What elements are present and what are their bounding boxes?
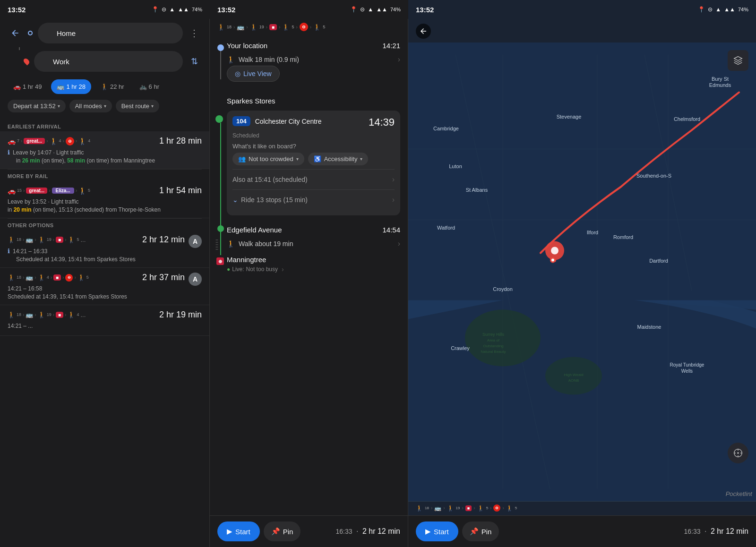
route-detail2-r4: Scheduled at 14:39, 15:41 from Sparkes S… [8,293,185,300]
watford-label: Watford [437,225,455,231]
info-icon-r1: ℹ [8,149,10,156]
start-button-p3[interactable]: ▶ Start [416,521,458,541]
status-time-2: 13:52 [217,6,235,14]
chevron-access: ▾ [360,156,362,162]
stop-manningtree: Manningtree [227,256,266,264]
pin-label: Pin [283,528,293,536]
route-card-5[interactable]: 🚶18 › 🚌 › 🚶19 › ■ › 🚶4 ... 2 hr 19 min 1… [0,305,209,336]
start-icon-p3: ▶ [425,527,431,536]
route-card-1[interactable]: 🚗 7 › great... › 🚶 4 › ⊖ › 🚶 4 1 hr 28 m… [0,131,209,169]
luton-label: Luton [449,163,462,169]
walk-p3-nav-4: 🚶 [506,505,513,512]
filter-route[interactable]: Best route ▾ [116,100,159,112]
train-badge-r3: ■ [56,237,63,243]
ilford-label: Ilford [587,230,598,235]
svg-text:Surrey Hills: Surrey Hills [482,332,505,337]
ride-stops-row[interactable]: ⌄ Ride 13 stops (15 min) › [232,189,395,210]
tunbridge-label: Royal Tunbridge [670,362,704,368]
pin-icon: 📌 [271,527,280,536]
more-button[interactable]: ⋮ [187,26,202,41]
route-card-2[interactable]: 🚗 15 › great... › Eliza... › 🚶 5 1 hr 54… [0,181,209,218]
walk-icon-r4b: 🚶 [38,274,45,281]
route-a-badge-4: A [189,273,202,286]
walk-19-text: Walk about 19 min [239,240,293,248]
section-other: OTHER OPTIONS [0,219,209,230]
route-detail1-r1: Leave by 14:07 · Light traffic [13,149,84,156]
start-label: Start [235,528,250,536]
chevron-down-icon-modes: ▾ [104,103,106,109]
chevron-walk1: › [398,55,400,64]
walk-nav-3: 🚶 [282,24,290,31]
tab-car[interactable]: 🚗 1 hr 49 [8,79,47,94]
route-detail1-r3: 14:21 – 16:33 [13,248,47,255]
onboard-label: What's it like on board? [232,143,395,150]
underground-p3-badge: ⊖ [493,504,500,512]
map-back-button[interactable] [416,24,431,39]
walk-nav-1: 🚶 [217,24,225,31]
car-icon-r1: 🚗 [8,137,16,145]
filter-modes[interactable]: All modes ▾ [69,100,112,112]
start-button[interactable]: ▶ Start [217,521,260,541]
live-view-icon: ◎ [235,70,241,77]
small-dot-4 [215,247,218,248]
crowd-chip[interactable]: 👥 Not too crowded ▾ [232,153,304,165]
ride-stops-text: Ride 13 stops (15 min) [241,196,308,204]
search-to-input[interactable] [34,51,183,72]
svg-point-26 [737,452,739,453]
car-icon-r2: 🚗 [8,187,16,195]
route-duration-5: 2 hr 19 min [159,310,202,320]
map-view[interactable]: Surrey Hills Area of Outstanding Natural… [408,43,756,501]
walk-icon-r2: 🚶 [78,187,86,195]
wifi-icon-3: ▲ [715,6,721,13]
walk-18-text: Walk 18 min (0.9 mi) [239,56,299,63]
route-card-4[interactable]: 🚶18 › 🚌 › 🚶4 › ■ › ⊖ › 🚶5 2 hr 37 min 14… [0,268,209,305]
bus-stop-dot [215,115,223,123]
crawley-label: Crawley [451,345,470,351]
section-more-rail: MORE BY RAIL [0,170,209,181]
timeline-line-1 [220,51,221,79]
panel2-footer: ▶ Start 📌 Pin 16:33 · 2 hr 12 min [210,515,408,547]
search-from-input[interactable] [38,23,183,43]
live-view-button[interactable]: ◎ Live View [227,66,280,82]
route-card-3[interactable]: 🚶18 › 🚌 › 🚶19 › ■ › 🚶5 ... 2 hr 12 min ℹ… [0,230,209,268]
pocketlint-watermark: Pocketlint [726,490,752,497]
back-button[interactable] [8,26,23,41]
train-badge-r4: ■ [53,274,61,281]
underground-badge-r1: ⊖ [66,137,74,145]
accessibility-chip[interactable]: ♿ Accessibility ▾ [308,153,369,165]
live-status-value: Not too busy [246,266,278,273]
eliz-badge-r2: Eliza... [52,188,74,194]
live-dot: ● [227,266,230,273]
pin-button[interactable]: 📌 Pin [264,521,301,541]
pin-button-p3[interactable]: 📌 Pin [462,521,499,541]
also-at-row[interactable]: Also at 15:41 (scheduled) › [232,169,395,189]
chevron-down-icon-route: ▾ [151,103,154,109]
map-layer-button[interactable] [728,50,748,71]
signal-icon-3: ▲▲ [724,6,735,13]
train-badge-r5: ■ [56,312,63,318]
signal-icon-2: ▲▲ [376,6,387,13]
start-icon: ▶ [227,527,232,536]
stop-edgefield: Edgefield Avenue [227,226,282,234]
walk-icon-r1: 🚶 [50,137,58,145]
small-dot-3 [215,244,218,245]
filter-depart[interactable]: Depart at 13:52 ▾ [8,100,66,112]
train-nav-badge: ■ [269,24,277,30]
start-label-p3: Start [434,528,449,536]
swap-button[interactable]: ⇅ [187,54,202,69]
tab-transit[interactable]: 🚌 1 hr 28 [51,79,91,94]
route-duration-4: 2 hr 37 min [142,273,185,282]
route-detail1-r2: Leave by 13:52 · Light traffic [8,198,202,205]
status-time-3: 13:52 [416,6,434,14]
croydon-label: Croydon [493,286,513,292]
tab-walk[interactable]: 🚶 22 hr [95,79,130,94]
footer-depart: 16:33 [336,528,352,535]
stop-time-1: 14:21 [382,42,400,50]
dnd-icon-1: ⊝ [162,6,166,13]
battery-icon-1: 74% [192,7,202,12]
compass-button[interactable] [728,443,748,463]
tab-bike[interactable]: 🚲 6 hr [134,79,165,94]
bus-depart-time: 14:39 [369,116,395,128]
walk-icon-r3: 🚶 [8,236,15,243]
origin-dot [28,31,33,35]
